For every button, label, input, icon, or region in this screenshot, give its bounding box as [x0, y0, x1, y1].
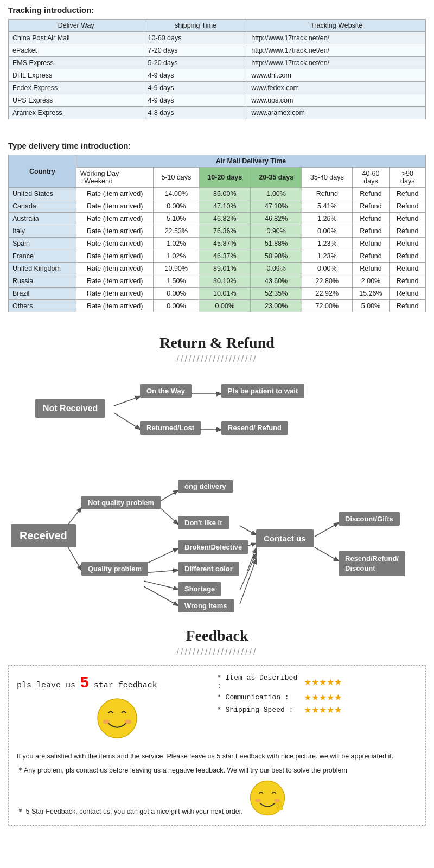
tracking-cell-0-2: http://www.17track.net/en/	[247, 32, 426, 44]
feedback-row-2: * Shipping Speed :★★★★★	[217, 705, 417, 715]
cell-8-7: Refund	[390, 288, 426, 300]
hdr-20-35: 20-35 days	[251, 168, 302, 188]
cell-2-7: Refund	[390, 213, 426, 225]
cell-8-5: 22.92%	[302, 288, 352, 300]
cell-2-2: 5.10%	[154, 213, 199, 225]
cell-9-5: 72.00%	[302, 300, 352, 312]
emoji-wink	[248, 779, 286, 817]
feedback-row-0: * Item as Described :★★★★★	[217, 674, 417, 690]
svg-point-23	[255, 799, 261, 802]
tracking-section: Tracking introduction: Deliver Way shipp…	[0, 0, 434, 130]
svg-line-15	[240, 554, 256, 590]
cell-0-1: Rate (item arrived)	[76, 188, 153, 200]
flow-not-received: Not Received On the Way Pls be patient t…	[5, 372, 429, 464]
cell-10-20-5: 46.37%	[199, 250, 251, 263]
cell-10-20-3: 76.36%	[199, 225, 251, 238]
cell-20-35-4: 51.88%	[251, 238, 302, 250]
cell-20-35-5: 50.98%	[251, 250, 302, 263]
th-deliver-way: Deliver Way	[9, 20, 144, 32]
cell-10-20-7: 30.10%	[199, 275, 251, 288]
hdr-35-40: 35-40 days	[302, 168, 352, 188]
cell-4-1: Rate (item arrived)	[76, 238, 153, 250]
tracking-cell-1-2: http://www.17track.net/en/	[247, 44, 426, 57]
cell-7-7: Refund	[390, 275, 426, 288]
tracking-cell-5-1: 4-9 days	[144, 94, 247, 107]
pls-leave-text: pls leave us 5 star feedback	[17, 674, 217, 691]
feedback-box: pls leave us 5 star feedback	[8, 665, 426, 826]
cell-0-2: 14.00%	[154, 188, 199, 200]
cell-2-1: Rate (item arrived)	[76, 213, 153, 225]
svg-point-19	[98, 699, 137, 738]
cell-country-2: Australia	[9, 213, 76, 225]
svg-rect-26	[278, 802, 281, 807]
cell-6-7: Refund	[390, 263, 426, 275]
feedback-stars-2: ★★★★★	[304, 705, 342, 715]
cell-10-20-1: 47.10%	[199, 200, 251, 213]
tracking-cell-3-0: DHL Express	[9, 69, 144, 82]
cell-5-6: Refund	[352, 250, 390, 263]
hdr-working: Working Day+Weekend	[76, 168, 153, 188]
th-country: Country	[9, 155, 76, 188]
box-received: Received	[11, 524, 76, 547]
feedback-row-1: * Communication :★★★★★	[217, 692, 417, 703]
cell-0-5: Refund	[302, 188, 352, 200]
delivery-row: SpainRate (item arrived)1.02%45.87%51.88…	[9, 238, 426, 250]
tracking-cell-6-2: www.aramex.com	[247, 107, 426, 119]
cell-2-6: Refund	[352, 213, 390, 225]
box-not-received: Not Received	[35, 399, 105, 418]
cell-10-20-0: 85.00%	[199, 188, 251, 200]
feedback-text-3-content: ＊ 5 Star Feedback, contact us, you can g…	[17, 806, 243, 817]
hdr-5-10: 5-10 days	[154, 168, 199, 188]
delivery-row: BrazilRate (item arrived)0.00%10.01%52.3…	[9, 288, 426, 300]
cell-5-5: 1.23%	[302, 250, 352, 263]
tracking-cell-2-2: http://www.17track.net/en/	[247, 57, 426, 69]
cell-9-2: 0.00%	[154, 300, 199, 312]
cell-2-5: 1.26%	[302, 213, 352, 225]
cell-0-6: Refund	[352, 188, 390, 200]
feedback-label-0: * Item as Described :	[217, 674, 304, 690]
cell-country-4: Spain	[9, 238, 76, 250]
svg-line-0	[114, 397, 140, 406]
tracking-title: Tracking introduction:	[8, 5, 426, 15]
cell-20-35-3: 0.90%	[251, 225, 302, 238]
feedback-text-1: If you are satisfied with the items and …	[17, 751, 417, 762]
cell-country-0: United States	[9, 188, 76, 200]
cell-country-3: Italy	[9, 225, 76, 238]
tracking-cell-6-1: 4-8 days	[144, 107, 247, 119]
tracking-cell-1-1: 7-20 days	[144, 44, 247, 57]
box-contact-us: Contact us	[256, 529, 314, 547]
cell-4-2: 1.02%	[154, 238, 199, 250]
tracking-cell-6-0: Aramex Express	[9, 107, 144, 119]
svg-line-9	[144, 570, 178, 573]
cell-10-20-9: 0.00%	[199, 300, 251, 312]
cell-1-6: Refund	[352, 200, 390, 213]
cell-10-20-8: 10.01%	[199, 288, 251, 300]
svg-line-6	[160, 490, 178, 501]
svg-line-16	[240, 559, 256, 604]
feedback-title: Feedback	[0, 627, 434, 644]
cell-6-1: Rate (item arrived)	[76, 263, 153, 275]
hdr-90: >90days	[390, 168, 426, 188]
cell-1-1: Rate (item arrived)	[76, 200, 153, 213]
cell-1-5: 5.41%	[302, 200, 352, 213]
tracking-cell-3-1: 4-9 days	[144, 69, 247, 82]
delivery-row: AustraliaRate (item arrived)5.10%46.82%4…	[9, 213, 426, 225]
box-returned-lost: Returned/Lost	[140, 421, 201, 435]
feedback-decorative: ////////////////////	[0, 647, 434, 657]
tracking-cell-0-1: 10-60 days	[144, 32, 247, 44]
box-dont-like: Don't like it	[178, 516, 229, 529]
cell-3-2: 22.53%	[154, 225, 199, 238]
feedback-section: Feedback //////////////////// pls leave …	[0, 627, 434, 826]
cell-4-7: Refund	[390, 238, 426, 250]
cell-20-35-7: 43.60%	[251, 275, 302, 288]
star-text: star feedback	[94, 681, 157, 690]
tracking-cell-5-2: www.ups.com	[247, 94, 426, 107]
svg-line-10	[144, 581, 178, 589]
th-shipping-time: shipping Time	[144, 20, 247, 32]
cell-8-2: 0.00%	[154, 288, 199, 300]
delivery-title: Type delivery time introduction:	[8, 141, 426, 150]
box-pls-patient: Pls be patient to wait	[221, 384, 304, 398]
delivery-row: CanadaRate (item arrived)0.00%47.10%47.1…	[9, 200, 426, 213]
delivery-row: FranceRate (item arrived)1.02%46.37%50.9…	[9, 250, 426, 263]
cell-10-20-2: 46.82%	[199, 213, 251, 225]
